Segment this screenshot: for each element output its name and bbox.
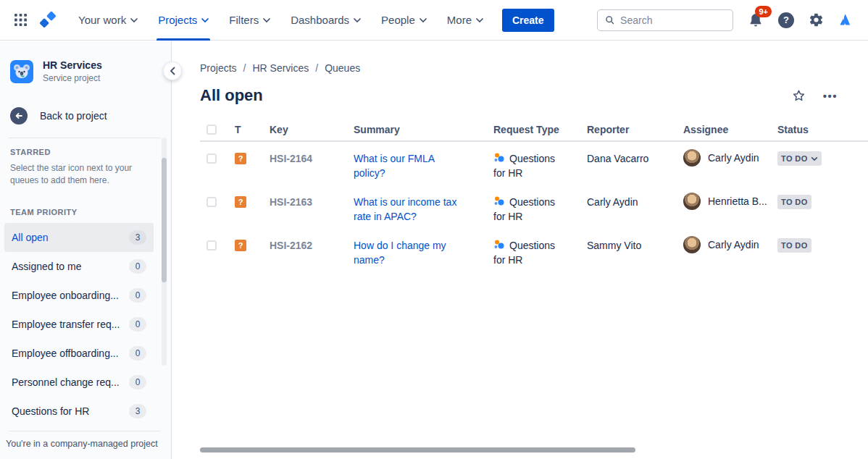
sidebar-item-employee-offboarding[interactable]: Employee offboarding... 0 (4, 339, 154, 368)
search-box (597, 9, 733, 31)
table-row: ? HSI-2162 How do I change my name? Ques… (200, 229, 868, 272)
sidebar-footer: You're in a company-managed project (0, 431, 170, 459)
sidebar-item-questions-for-hr[interactable]: Questions for HR 3 (4, 397, 154, 426)
nav-label: Projects (158, 14, 197, 26)
question-issue-type-icon: ? (235, 240, 246, 251)
settings-button[interactable] (809, 12, 824, 28)
queue-count-badge: 0 (129, 259, 146, 274)
request-type-icon (493, 152, 505, 164)
breadcrumb-queues[interactable]: Queues (325, 62, 360, 74)
nav-filters[interactable]: Filters (219, 0, 280, 41)
status-label: TO DO (781, 154, 808, 163)
avatar (683, 236, 701, 253)
starred-hint: Select the star icon next to your queues… (0, 162, 156, 187)
sidebar-scrollbar-thumb[interactable] (162, 158, 167, 282)
column-header-reporter: Reporter (587, 124, 683, 135)
nav-your-work[interactable]: Your work (68, 0, 148, 41)
row-checkbox[interactable] (206, 153, 217, 164)
breadcrumb: Projects / HR Services / Queues (200, 61, 868, 75)
sidebar: HR Services Service project Back to proj… (0, 41, 172, 459)
starred-section-title: STARRED (0, 148, 171, 156)
sidebar-item-employee-transfer[interactable]: Employee transfer req... 0 (4, 310, 154, 339)
status-dropdown[interactable]: TO DO (777, 151, 822, 166)
nav-label: More (447, 14, 472, 26)
issue-summary-link[interactable]: What is our income tax rate in APAC? (354, 195, 468, 224)
project-name: HR Services (43, 59, 102, 71)
column-header-type: T (235, 124, 270, 135)
issue-key: HSI-2163 (270, 195, 354, 208)
queue-label: Questions for HR (12, 405, 89, 417)
nav-label: Your work (78, 14, 126, 26)
status-label: TO DO (781, 198, 808, 206)
search-input[interactable] (620, 14, 725, 26)
queue-list: All open 3 Assigned to me 0 Employee onb… (0, 223, 171, 426)
issue-key: HSI-2162 (270, 238, 354, 251)
row-checkbox[interactable] (206, 197, 217, 207)
question-issue-type-icon: ? (235, 153, 246, 164)
queue-label: Employee onboarding... (12, 290, 119, 301)
chevron-down-icon (420, 18, 427, 22)
issue-summary-link[interactable]: How do I change my name? (354, 238, 468, 267)
top-nav: Your work Projects Filters Dashboards Pe… (0, 0, 868, 41)
assignee-cell: Carly Aydin (683, 236, 777, 253)
queue-count-badge: 3 (129, 404, 146, 418)
table-row: ? HSI-2163 What is our income tax rate i… (200, 185, 868, 229)
row-checkbox[interactable] (206, 240, 217, 250)
notifications-button[interactable]: 9+ (748, 12, 764, 28)
chevron-down-icon (476, 18, 483, 22)
gear-icon (809, 12, 824, 28)
request-type-icon (493, 195, 505, 207)
status-dropdown[interactable]: TO DO (777, 238, 811, 253)
queue-label: Assigned to me (12, 261, 82, 272)
nav-label: People (381, 14, 415, 26)
request-type-icon (493, 239, 505, 250)
project-info: HR Services Service project (43, 59, 102, 83)
star-icon (791, 88, 806, 104)
issue-key: HSI-2164 (270, 151, 354, 164)
grid-icon (14, 14, 27, 26)
sidebar-item-personnel-change[interactable]: Personnel change req... 0 (4, 368, 154, 397)
horizontal-scrollbar-thumb[interactable] (200, 447, 635, 452)
assignee-cell: Henrietta B... (683, 193, 777, 210)
breadcrumb-separator: / (243, 62, 246, 74)
help-button[interactable]: ? (778, 12, 794, 28)
nav-more[interactable]: More (437, 0, 493, 41)
divider (9, 138, 161, 138)
star-queue-button[interactable] (791, 88, 806, 104)
table-header-row: T Key Summary Request Type Reporter Assi… (200, 119, 868, 142)
breadcrumb-projects[interactable]: Projects (200, 62, 237, 74)
sidebar-collapse-button[interactable] (163, 62, 182, 80)
assignee-name: Henrietta B... (708, 195, 767, 207)
sidebar-item-assigned-to-me[interactable]: Assigned to me 0 (4, 252, 154, 281)
select-all-checkbox[interactable] (206, 125, 217, 135)
reporter-name: Dana Vacarro (587, 151, 683, 164)
nav-people[interactable]: People (371, 0, 437, 41)
breadcrumb-hr-services[interactable]: HR Services (252, 62, 309, 74)
queue-label: Employee offboarding... (12, 348, 119, 359)
nav-label: Filters (229, 14, 259, 26)
column-header-assignee: Assignee (683, 124, 777, 135)
status-dropdown[interactable]: TO DO (777, 195, 811, 209)
table-row: ? HSI-2164 What is our FMLA policy? Ques… (200, 142, 868, 185)
more-actions-button[interactable]: ••• (823, 90, 838, 102)
nav-dashboards[interactable]: Dashboards (280, 0, 371, 41)
sidebar-item-employee-onboarding[interactable]: Employee onboarding... 0 (4, 281, 154, 310)
create-button[interactable]: Create (502, 9, 554, 32)
sidebar-item-all-open[interactable]: All open 3 (4, 223, 154, 252)
jira-mark-icon (38, 11, 57, 30)
question-issue-type-icon: ? (235, 196, 246, 208)
jira-logo-icon[interactable] (38, 10, 58, 30)
queue-count-badge: 3 (129, 230, 146, 245)
back-to-project-button[interactable]: Back to project (0, 107, 117, 125)
atlassian-logo-button[interactable] (838, 12, 854, 28)
queue-count-badge: 0 (129, 317, 146, 332)
queue-label: All open (12, 232, 49, 243)
column-header-request-type: Request Type (493, 124, 587, 135)
assignee-cell: Carly Aydin (683, 149, 777, 167)
search-icon (605, 14, 614, 25)
request-type-cell: Questions for HR (493, 195, 567, 224)
issue-summary-link[interactable]: What is our FMLA policy? (354, 151, 468, 180)
nav-projects[interactable]: Projects (148, 0, 219, 41)
page-title: All open (200, 86, 263, 105)
app-switcher-icon[interactable] (9, 9, 32, 32)
